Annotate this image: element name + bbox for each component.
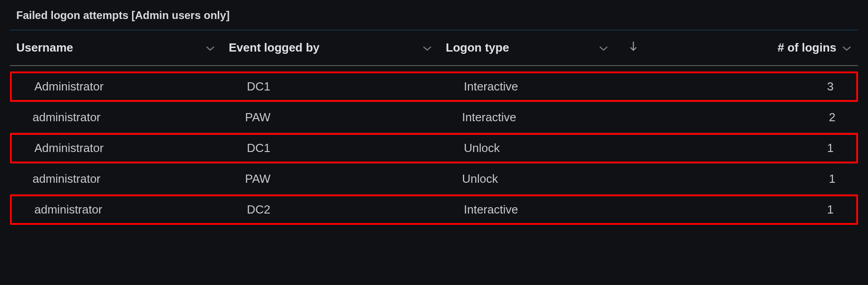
cell-username: administrator [33, 172, 245, 186]
chevron-down-icon [842, 41, 852, 55]
cell-num-logins: 3 [667, 80, 834, 94]
chevron-down-icon [205, 41, 215, 55]
column-label: Username [16, 41, 73, 55]
cell-num-logins: 2 [665, 110, 835, 124]
column-label: # of logins [778, 41, 836, 55]
cell-num-logins: 1 [665, 172, 835, 186]
cell-num-logins: 1 [667, 203, 834, 217]
chevron-down-icon [422, 41, 432, 55]
table-body: AdministratorDC1Interactive3administrato… [0, 66, 868, 225]
column-label: Event logged by [229, 41, 320, 55]
cell-event-logged-by: PAW [245, 110, 462, 124]
table-row[interactable]: AdministratorDC1Unlock1 [10, 133, 858, 163]
cell-logon-type: Unlock [462, 172, 634, 186]
table-row[interactable]: AdministratorDC1Interactive3 [10, 71, 858, 102]
cell-event-logged-by: DC1 [247, 141, 464, 155]
table-row[interactable]: administratorDC2Interactive1 [10, 195, 858, 225]
table-row[interactable]: administratorPAWUnlock1 [10, 164, 858, 194]
chevron-down-icon [599, 41, 609, 55]
table-row[interactable]: administratorPAWInteractive2 [10, 102, 858, 133]
column-header-username[interactable]: Username [16, 41, 229, 55]
cell-logon-type: Interactive [464, 203, 636, 217]
column-header-event-logged-by[interactable]: Event logged by [229, 41, 446, 55]
cell-num-logins: 1 [667, 141, 834, 155]
cell-logon-type: Interactive [462, 110, 634, 124]
column-label: Logon type [446, 41, 509, 55]
cell-event-logged-by: DC2 [247, 203, 464, 217]
cell-username: administrator [34, 203, 247, 217]
arrow-down-icon [628, 40, 638, 55]
column-header-logon-type[interactable]: Logon type [446, 41, 618, 55]
cell-event-logged-by: DC1 [247, 80, 464, 94]
cell-username: administrator [33, 110, 245, 124]
cell-logon-type: Unlock [464, 141, 636, 155]
cell-username: Administrator [34, 141, 247, 155]
column-header-num-logins[interactable]: # of logins [649, 41, 852, 55]
cell-event-logged-by: PAW [245, 172, 462, 186]
sort-indicator[interactable] [618, 40, 649, 55]
panel-title: Failed logon attempts [Admin users only] [0, 5, 868, 30]
failed-logon-panel: Failed logon attempts [Admin users only]… [0, 0, 868, 225]
table-header: Username Event logged by Logon type [0, 30, 868, 65]
cell-logon-type: Interactive [464, 80, 636, 94]
cell-username: Administrator [34, 80, 247, 94]
